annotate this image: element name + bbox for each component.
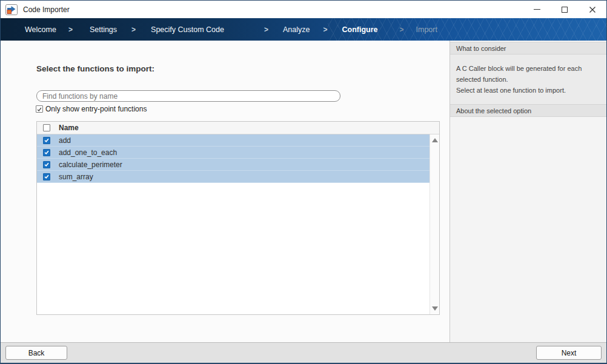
- chevron-separator-icon: >: [68, 25, 73, 34]
- help-text-line: Select at least one function to import.: [456, 85, 599, 96]
- nav-step-welcome[interactable]: Welcome: [25, 25, 56, 34]
- row-checkbox[interactable]: [43, 161, 50, 168]
- table-row[interactable]: calculate_perimeter: [37, 159, 430, 171]
- function-name: add: [59, 136, 71, 145]
- chevron-separator-icon: >: [131, 25, 136, 34]
- sidebar-section-what-to-consider: What to consider: [450, 42, 606, 55]
- nav-step-analyze[interactable]: Analyze: [283, 25, 310, 34]
- row-checkbox[interactable]: [43, 173, 50, 180]
- table-row[interactable]: add_one_to_each: [37, 147, 430, 159]
- table-scrollbar[interactable]: [430, 134, 439, 314]
- column-header-name[interactable]: Name: [59, 124, 79, 132]
- table-header-row: Name: [37, 122, 439, 134]
- row-checkbox[interactable]: [43, 149, 50, 156]
- section-header: About the selected option: [456, 107, 531, 114]
- select-all-checkbox[interactable]: [43, 124, 50, 131]
- main-content: Select the functions to import: Only sho…: [1, 41, 449, 343]
- table-row[interactable]: sum_array: [37, 171, 430, 183]
- title-bar: Code Importer: [1, 1, 606, 18]
- back-button[interactable]: Back: [5, 346, 67, 360]
- table-row[interactable]: add: [37, 134, 430, 147]
- what-to-consider-body: A C Caller block will be generated for e…: [450, 55, 606, 104]
- table-body: add add_one_to_each calculate_perimeter: [37, 134, 439, 314]
- nav-step-import: Import: [416, 25, 437, 34]
- function-name: add_one_to_each: [59, 148, 117, 157]
- scroll-up-icon[interactable]: [432, 138, 438, 142]
- row-checkbox[interactable]: [43, 137, 50, 144]
- window-title: Code Importer: [23, 5, 70, 14]
- app-icon: [5, 4, 18, 15]
- window-controls: [523, 1, 606, 18]
- code-importer-window: Code Importer Welcome > Settings > Speci…: [0, 0, 607, 364]
- nav-step-configure[interactable]: Configure: [342, 25, 377, 34]
- maximize-icon: [562, 7, 568, 13]
- checkbox-icon[interactable]: [36, 105, 43, 113]
- chevron-separator-icon: >: [264, 25, 268, 34]
- entry-point-filter-checkbox[interactable]: Only show entry-point functions: [36, 105, 147, 113]
- function-name: sum_array: [59, 173, 93, 181]
- close-button[interactable]: [579, 1, 606, 18]
- nav-step-specify-custom-code[interactable]: Specify Custom Code: [151, 25, 224, 34]
- footer-bar: Back Next: [1, 342, 606, 363]
- search-input[interactable]: [36, 90, 340, 102]
- close-icon: [589, 6, 596, 13]
- nav-step-settings[interactable]: Settings: [90, 25, 117, 34]
- page-title: Select the functions to import:: [36, 64, 154, 73]
- sidebar-section-about-selected-option: About the selected option: [450, 104, 606, 117]
- chevron-separator-icon: >: [323, 25, 327, 34]
- maximize-button[interactable]: [551, 1, 579, 18]
- minimize-button[interactable]: [523, 1, 551, 18]
- minimize-icon: [534, 9, 540, 10]
- next-button[interactable]: Next: [536, 346, 602, 360]
- table-rows: add add_one_to_each calculate_perimeter: [37, 134, 430, 314]
- functions-table: Name add add_one_to_each: [36, 121, 440, 315]
- scroll-down-icon[interactable]: [432, 306, 438, 311]
- help-text-line: A C Caller block will be generated for e…: [456, 63, 599, 85]
- wizard-nav-bar: Welcome > Settings > Specify Custom Code…: [1, 18, 606, 41]
- section-header: What to consider: [456, 45, 506, 52]
- help-sidebar: What to consider A C Caller block will b…: [449, 41, 606, 343]
- function-name: calculate_perimeter: [59, 160, 122, 169]
- chevron-separator-icon: >: [400, 25, 404, 34]
- filter-checkbox-label: Only show entry-point functions: [45, 105, 147, 113]
- about-selected-option-body: [450, 117, 606, 343]
